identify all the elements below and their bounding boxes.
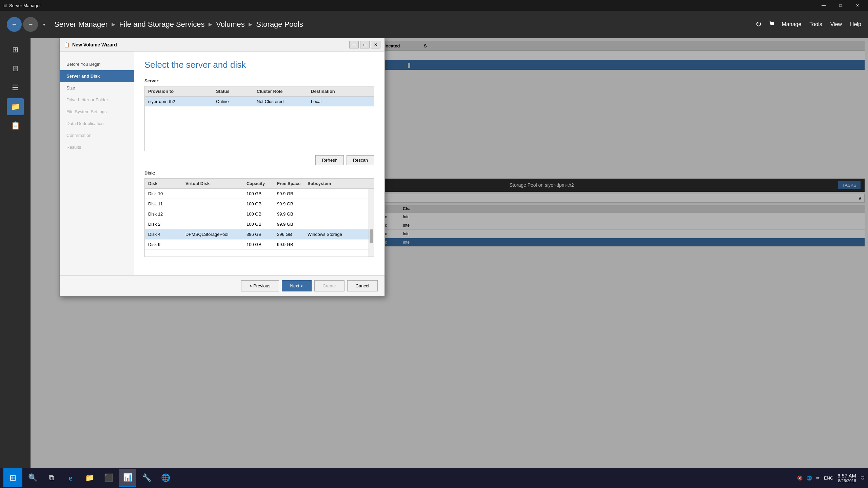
disk-row5-cap: 396 GB xyxy=(243,229,274,239)
disk-row-3[interactable]: Disk 12 100 GB 99.9 GB xyxy=(145,209,374,219)
wizard-main: Select the server and disk Server: Provi… xyxy=(134,52,384,275)
pen-icon[interactable]: ✏ xyxy=(816,475,820,481)
disk-row6-free: 99.9 GB xyxy=(274,240,304,249)
sidebar-all-servers[interactable]: ☰ xyxy=(7,79,24,96)
task-view[interactable]: ⧉ xyxy=(43,469,60,487)
wizard-nav-before[interactable]: Before You Begin xyxy=(60,58,134,70)
notification-icon[interactable]: 🗨 xyxy=(860,475,865,481)
breadcrumb-volumes[interactable]: Volumes xyxy=(216,20,244,29)
disk-row2-disk: Disk 11 xyxy=(145,199,182,209)
wizard-nav-results: Results xyxy=(60,141,134,153)
search-taskbar[interactable]: 🔍 xyxy=(24,469,41,487)
disk-row3-cap: 100 GB xyxy=(243,209,274,219)
title-bar: 🖥 Server Manager — □ ✕ xyxy=(0,0,868,11)
wizard-restore-btn[interactable]: □ xyxy=(360,41,370,48)
rescan-button[interactable]: Rescan xyxy=(347,155,374,165)
close-button[interactable]: ✕ xyxy=(850,0,865,11)
flag-icon[interactable]: ⚑ xyxy=(768,20,775,29)
disk-row-5[interactable]: Disk 4 DPMSQLStoragePool 396 GB 396 GB W… xyxy=(145,229,374,240)
disk-row2-sub xyxy=(304,199,358,209)
sm-header: ← → ▾ Server Manager ► File and Storage … xyxy=(0,11,868,38)
sidebar-file-storage[interactable]: 📁 xyxy=(7,98,24,115)
disk-row4-vdisk xyxy=(182,219,243,229)
speaker-icon[interactable]: 🔇 xyxy=(797,475,803,481)
breadcrumb-servermanager[interactable]: Server Manager xyxy=(54,20,108,29)
disk-row-2[interactable]: Disk 11 100 GB 99.9 GB xyxy=(145,199,374,209)
disk-col-free: Free Space xyxy=(274,179,304,188)
disk-col-disk: Disk xyxy=(145,179,182,188)
server-col-cluster: Cluster Role xyxy=(253,86,308,96)
wizard-minimize-btn[interactable]: — xyxy=(349,41,359,48)
breadcrumb-sep3: ► xyxy=(248,21,254,28)
disk-row1-vdisk xyxy=(182,189,243,199)
next-button[interactable]: Next > xyxy=(282,280,312,291)
wizard-icon: 📋 xyxy=(64,42,70,47)
explorer-taskbar[interactable]: 📁 xyxy=(81,469,98,487)
sidebar-local-server[interactable]: 🖥 xyxy=(7,60,24,77)
disk-row2-cap: 100 GB xyxy=(243,199,274,209)
wizard-nav-server-disk[interactable]: Server and Disk xyxy=(60,70,134,82)
disk-row3-vdisk xyxy=(182,209,243,219)
back-button[interactable]: ← xyxy=(7,17,22,32)
app-taskbar-1[interactable]: 🔧 xyxy=(138,469,155,487)
dropdown-nav-button[interactable]: ▾ xyxy=(39,20,49,29)
tools-menu[interactable]: Tools xyxy=(809,21,822,27)
disk-row4-sub xyxy=(304,219,358,229)
disk-row-1[interactable]: Disk 10 100 GB 99.9 GB xyxy=(145,189,374,199)
wizard-titlebar: 📋 New Volume Wizard — □ ✕ xyxy=(60,38,384,52)
previous-button[interactable]: < Previous xyxy=(241,280,279,291)
server-mgr-taskbar[interactable]: 📊 xyxy=(119,469,136,487)
disk-table-header: Disk Virtual Disk Capacity Free Space Su… xyxy=(145,179,374,189)
disk-row3-free: 99.9 GB xyxy=(274,209,304,219)
disk-row3-disk: Disk 12 xyxy=(145,209,182,219)
cmd-taskbar[interactable]: ⬛ xyxy=(100,469,117,487)
wizard-nav: Before You Begin Server and Disk Size Dr… xyxy=(60,52,134,275)
breadcrumb-storagepools[interactable]: Storage Pools xyxy=(256,20,303,29)
header-nav: Manage Tools View Help xyxy=(782,21,861,27)
disk-row-6[interactable]: Disk 9 100 GB 99.9 GB xyxy=(145,240,374,250)
help-menu[interactable]: Help xyxy=(850,21,861,27)
sidebar-snap-in[interactable]: 📋 xyxy=(7,117,24,134)
server-col-provision: Provision to xyxy=(145,86,213,96)
disk-row1-sub xyxy=(304,189,358,199)
start-button[interactable]: ⊞ xyxy=(3,468,22,487)
refresh-icon[interactable]: ↻ xyxy=(755,20,762,29)
taskbar: ⊞ 🔍 ⧉ e 📁 ⬛ 📊 🔧 🌐 🔇 🌐 ✏ ENG 6:57 AM 8/26… xyxy=(0,468,868,488)
nav-back-forward: ← → ▾ xyxy=(7,17,49,32)
breadcrumb-sep1: ► xyxy=(111,21,117,28)
manage-menu[interactable]: Manage xyxy=(782,21,802,27)
restore-button[interactable]: □ xyxy=(833,0,848,11)
disk-row1-disk: Disk 10 xyxy=(145,189,182,199)
taskbar-clock[interactable]: 6:57 AM 8/26/2016 xyxy=(837,473,856,483)
app-taskbar-2[interactable]: 🌐 xyxy=(157,469,174,487)
server-row-1[interactable]: siyer-dpm-th2 Online Not Clustered Local xyxy=(145,97,374,106)
disk-row2-free: 99.9 GB xyxy=(274,199,304,209)
breadcrumb-fileStorage[interactable]: File and Storage Services xyxy=(119,20,205,29)
disk-row1-cap: 100 GB xyxy=(243,189,274,199)
wizard-close-btn[interactable]: ✕ xyxy=(371,41,380,48)
disk-row-4[interactable]: Disk 2 100 GB 99.9 GB xyxy=(145,219,374,229)
wizard-nav-size[interactable]: Size xyxy=(60,82,134,94)
disk-table: Disk Virtual Disk Capacity Free Space Su… xyxy=(144,178,374,257)
disk-section-label: Disk: xyxy=(144,170,374,176)
disk-row5-free: 396 GB xyxy=(274,229,304,239)
sidebar-dashboard[interactable]: ⊞ xyxy=(7,41,24,58)
view-menu[interactable]: View xyxy=(830,21,842,27)
ie-taskbar[interactable]: e xyxy=(62,469,79,487)
refresh-button[interactable]: Refresh xyxy=(315,155,344,165)
minimize-button[interactable]: — xyxy=(816,0,831,11)
server-row1-dest: Local xyxy=(308,97,362,106)
wizard-nav-filesystem: File System Settings xyxy=(60,106,134,118)
disk-row4-cap: 100 GB xyxy=(243,219,274,229)
forward-button[interactable]: → xyxy=(23,17,38,32)
wizard-controls: — □ ✕ xyxy=(349,41,380,48)
app-title: Server Manager xyxy=(9,3,41,8)
disk-scrollbar-thumb xyxy=(370,229,373,243)
network-icon[interactable]: 🌐 xyxy=(807,475,812,481)
clock-date: 8/26/2016 xyxy=(837,479,856,483)
disk-row5-vdisk: DPMSQLStoragePool xyxy=(182,229,243,239)
left-sidebar: ⊞ 🖥 ☰ 📁 📋 xyxy=(0,38,31,468)
disk-scrollbar[interactable] xyxy=(369,189,374,257)
server-row1-status: Online xyxy=(213,97,253,106)
cancel-button[interactable]: Cancel xyxy=(347,280,378,291)
